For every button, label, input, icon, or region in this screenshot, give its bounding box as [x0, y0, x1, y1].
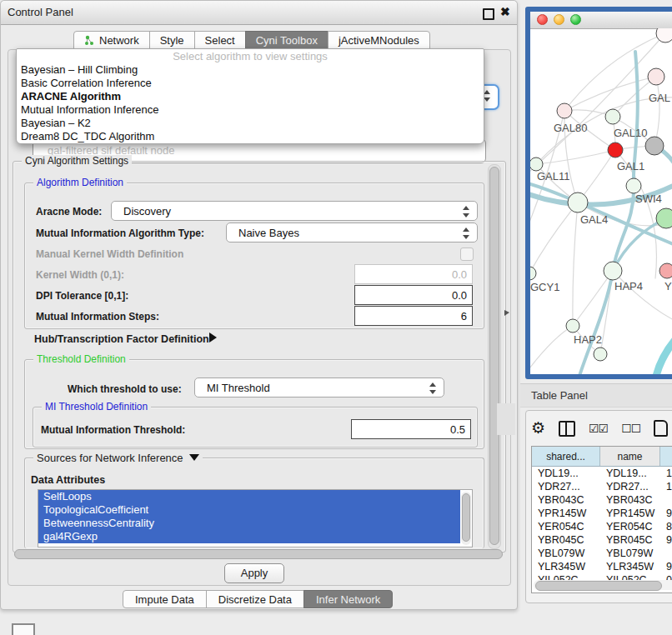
algorithm-option[interactable]: ARACNE Algorithm	[17, 90, 484, 103]
tab-label: Discretize Data	[218, 593, 292, 606]
algorithm-option[interactable]: Dream8 DC_TDC Algorithm	[17, 130, 484, 143]
network-edge[interactable]	[530, 33, 665, 178]
splitter-handle[interactable]	[497, 403, 515, 435]
network-edge[interactable]	[654, 77, 659, 146]
manual-kernel-label: Manual Kernel Width Definition	[36, 248, 183, 260]
network-edge[interactable]	[530, 326, 573, 374]
network-node[interactable]	[645, 137, 664, 155]
table-row[interactable]: YDL19...YDL19...13	[532, 467, 672, 480]
data-attributes-list[interactable]: SelfLoopsTopologicalCoefficientBetweenne…	[38, 489, 473, 548]
gear-icon[interactable]: ⚙	[531, 420, 545, 437]
table-cell: YBR043C	[600, 493, 660, 507]
dpi-tolerance-field[interactable]: 0.0	[354, 285, 473, 305]
kernel-width-field[interactable]: 0.0	[354, 264, 473, 284]
network-node-swi4[interactable]	[626, 178, 641, 193]
table-row[interactable]: YBL079WYBL079W	[532, 547, 672, 560]
which-threshold-combo[interactable]: MI Threshold	[194, 378, 444, 398]
minimized-window-icon[interactable]	[12, 623, 35, 635]
tab-jactivemnodules[interactable]: jActiveMNodules	[328, 31, 430, 49]
algorithm-option[interactable]: Bayesian – K2	[17, 117, 484, 130]
table-row[interactable]: YBR043CYBR043C	[532, 493, 672, 507]
node-label: HAP4	[614, 280, 643, 292]
table-cell: 9.	[660, 507, 672, 520]
network-canvas[interactable]: GALGAL80GAL10GAL1GAL11SWI4GAL4GCY1HAP4YH…	[530, 28, 672, 374]
attribute-item-selected[interactable]: TopologicalCoefficient	[38, 503, 460, 517]
network-node[interactable]	[594, 348, 607, 361]
network-node-hap2[interactable]	[566, 319, 579, 332]
close-traffic-light-icon[interactable]	[537, 14, 548, 25]
table-row[interactable]: YLR345WYLR345W9.	[532, 560, 672, 573]
table-horizontal-scrollbar[interactable]	[534, 580, 672, 590]
tab-discretize-data[interactable]: Discretize Data	[206, 590, 304, 608]
table-row[interactable]: YER054CYER054C8.	[532, 520, 672, 533]
expand-arrow-icon[interactable]	[209, 332, 217, 342]
network-node-gal10[interactable]	[605, 109, 620, 124]
scrollbar-thumb[interactable]	[489, 167, 499, 545]
table-body: YDL19...YDL19...13YDR27...YDR27...12YBR0…	[532, 467, 672, 587]
table-panel-bar[interactable]: Table Panel	[520, 383, 672, 408]
scrollbar-thumb[interactable]	[535, 581, 662, 591]
control-panel-titlebar[interactable]: Control Panel ✖	[1, 1, 517, 25]
group-title: Threshold Definition	[33, 353, 129, 365]
network-node-gal4[interactable]	[568, 192, 588, 212]
network-node-gal[interactable]	[648, 68, 664, 85]
zoom-traffic-light-icon[interactable]	[570, 14, 581, 25]
list-scrollbar[interactable]	[461, 492, 471, 545]
tab-style[interactable]: Style	[149, 31, 195, 49]
minimize-traffic-light-icon[interactable]	[554, 14, 564, 25]
window-title: Control Panel	[8, 6, 73, 18]
column-header-shared[interactable]: shared...	[532, 447, 600, 466]
apply-button[interactable]: Apply	[224, 563, 284, 583]
mi-threshold-field[interactable]: 0.5	[351, 419, 471, 439]
checked-boxes-icon[interactable]: ☑☑	[589, 422, 608, 435]
tab-infer-network[interactable]: Infer Network	[303, 590, 393, 608]
table-cell: 9.	[660, 560, 672, 573]
network-node-hap4[interactable]	[604, 262, 622, 280]
mi-steps-field[interactable]: 6	[354, 306, 473, 326]
mi-type-combo[interactable]: Naive Bayes	[226, 222, 478, 242]
settings-vertical-scrollbar[interactable]	[488, 164, 501, 549]
columns-icon[interactable]	[559, 421, 575, 437]
table-cell: YER054C	[532, 520, 600, 533]
close-icon[interactable]: ✖	[500, 5, 510, 18]
settings-horizontal-scrollbar[interactable]	[14, 549, 503, 559]
table-cell	[660, 547, 672, 560]
mouse-cursor	[504, 310, 509, 316]
network-node[interactable]	[656, 208, 672, 228]
attribute-item-selected[interactable]: BetweennessCentrality	[38, 517, 460, 530]
document-icon[interactable]	[654, 420, 668, 437]
table-row[interactable]: YPR145WYPR145W9.	[532, 507, 672, 520]
algorithm-option[interactable]: Basic Correlation Inference	[17, 77, 484, 90]
network-edge[interactable]	[573, 202, 578, 326]
scrollbar-thumb[interactable]	[462, 493, 470, 542]
network-edge-highlighted[interactable]	[655, 322, 672, 374]
column-header-name[interactable]: name	[600, 447, 660, 466]
attribute-item-selected[interactable]: gal4RGexp	[38, 530, 460, 543]
table-cell: YBR045C	[600, 533, 660, 547]
network-node-gcy1[interactable]	[530, 267, 536, 280]
network-node-gal1[interactable]	[608, 142, 623, 158]
attribute-item-selected[interactable]: SelfLoops	[38, 490, 460, 503]
algorithm-option[interactable]: Mutual Information Inference	[17, 103, 484, 117]
algorithm-option[interactable]: Bayesian – Hill Climbing	[17, 63, 484, 77]
network-node-y[interactable]	[659, 263, 672, 278]
network-node-gal80[interactable]	[557, 103, 572, 118]
collapse-arrow-icon[interactable]	[189, 454, 199, 461]
aracne-mode-combo[interactable]: Discovery	[111, 201, 478, 221]
tab-cyni-toolbox[interactable]: Cyni Toolbox	[245, 31, 328, 49]
table-row[interactable]: YDR27...YDR27...12	[532, 480, 672, 493]
column-header-partial[interactable]	[660, 447, 672, 466]
aracne-mode-label: Aracne Mode:	[36, 206, 102, 218]
network-edge[interactable]	[530, 202, 578, 273]
table-row[interactable]: YBR045CYBR045C9.	[532, 533, 672, 547]
float-icon[interactable]	[483, 8, 494, 20]
tab-select[interactable]: Select	[194, 31, 246, 49]
tab-impute-data[interactable]: Impute Data	[123, 590, 207, 608]
network-node-gal11[interactable]	[530, 158, 543, 171]
network-window-titlebar[interactable]	[530, 12, 672, 29]
network-view-window[interactable]: GALGAL80GAL10GAL1GAL11SWI4GAL4GCY1HAP4YH…	[525, 7, 672, 379]
table-cell: YDL19...	[532, 467, 600, 480]
tab-network[interactable]: Network	[73, 31, 150, 49]
unchecked-boxes-icon[interactable]: ☐☐	[621, 422, 640, 435]
manual-kernel-checkbox[interactable]	[460, 248, 474, 261]
